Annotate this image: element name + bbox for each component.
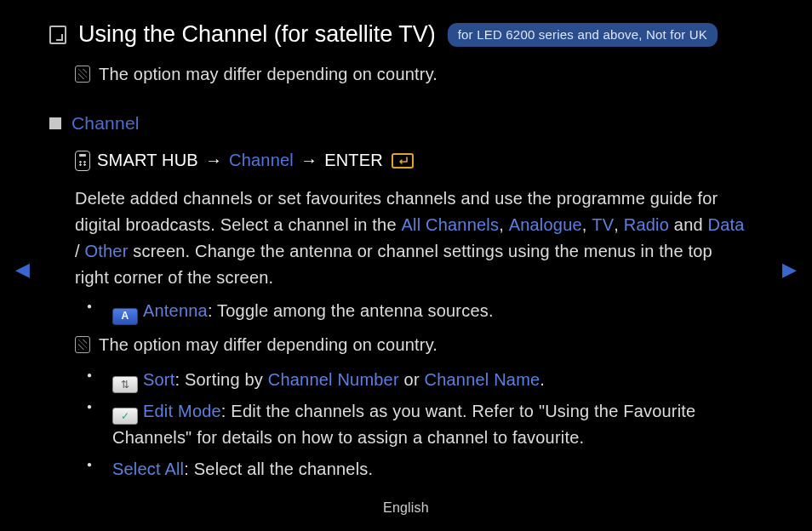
inline-note-text: The option may differ depending on count…: [99, 332, 437, 358]
menu-path: SMART HUB → Channel → ENTER: [75, 147, 751, 174]
list-item-sort: ⇅Sort: Sorting by Channel Number or Chan…: [75, 367, 751, 393]
path-channel: Channel: [229, 147, 294, 174]
select-all-label: Select All: [112, 460, 184, 478]
link-all-channels: All Channels: [401, 215, 499, 234]
feature-list-2: ⇅Sort: Sorting by Channel Number or Chan…: [75, 367, 751, 483]
note-icon: [75, 336, 90, 353]
title-row: Using the Channel (for satellite TV) for…: [49, 17, 751, 53]
body-text-3: screen. Change the antenna or channel se…: [75, 242, 712, 287]
top-note-text: The option may differ depending on count…: [99, 61, 437, 88]
sort-channel-number: Channel Number: [268, 370, 399, 389]
section-row: Channel: [49, 110, 751, 138]
link-other: Other: [85, 242, 129, 260]
antenna-icon: A: [112, 308, 138, 325]
manual-page: Using the Channel (for satellite TV) for…: [0, 0, 812, 482]
feature-list: AAntenna: Toggle among the antenna sourc…: [75, 298, 751, 324]
body-paragraph: Delete added channels or set favourites …: [75, 186, 751, 291]
section-title: Channel: [71, 110, 140, 138]
link-analogue: Analogue: [509, 215, 582, 234]
top-note: The option may differ depending on count…: [75, 61, 751, 88]
arrow-icon: →: [300, 147, 317, 174]
prev-page-arrow[interactable]: ◀: [15, 255, 30, 284]
note-icon: [75, 66, 90, 83]
select-all-text: : Select all the channels.: [184, 460, 373, 478]
path-smart-hub: SMART HUB: [97, 147, 198, 174]
path-enter: ENTER: [324, 147, 383, 174]
list-item-select-all: Select All: Select all the channels.: [75, 456, 751, 482]
link-radio: Radio: [624, 215, 669, 234]
sort-channel-name: Channel Name: [425, 370, 540, 389]
list-item-edit-mode: ✓Edit Mode: Edit the channels as you wan…: [75, 398, 751, 451]
edit-mode-icon: ✓: [112, 408, 138, 425]
list-item-antenna: AAntenna: Toggle among the antenna sourc…: [75, 298, 751, 324]
link-data: Data: [708, 215, 745, 234]
next-page-arrow[interactable]: ▶: [782, 255, 797, 284]
inline-note: The option may differ depending on count…: [75, 332, 751, 358]
footer-language: English: [0, 498, 812, 519]
link-tv: TV: [592, 215, 614, 234]
antenna-label: Antenna: [143, 301, 208, 320]
remote-icon: [75, 151, 90, 171]
square-bullet-icon: [49, 117, 61, 129]
page-title: Using the Channel (for satellite TV): [78, 17, 436, 53]
book-icon: [49, 26, 66, 44]
sort-label: Sort: [143, 370, 174, 389]
enter-icon: [392, 153, 414, 168]
compatibility-badge: for LED 6200 series and above, Not for U…: [448, 23, 718, 46]
arrow-icon: →: [205, 147, 222, 174]
edit-mode-label: Edit Mode: [143, 402, 221, 420]
antenna-text: : Toggle among the antenna sources.: [208, 301, 494, 320]
sort-icon: ⇅: [112, 376, 138, 393]
